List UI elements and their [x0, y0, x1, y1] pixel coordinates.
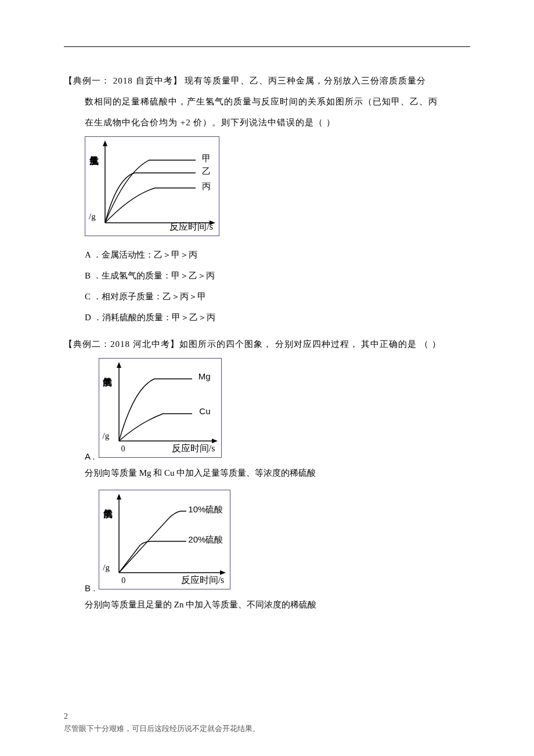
figure1-label-low: 丙 [202, 181, 211, 192]
example1-line3: 在生成物中化合价均为 +2 价）。则下列说法中错误的是（ ） [85, 112, 470, 133]
figure2a-label-top: Mg [199, 371, 211, 381]
figure2b-ylabel: 氢气的质量 [103, 494, 113, 504]
figure1-xlabel: 反应时间/s [169, 221, 213, 233]
figure2a-prefix: A . [85, 451, 95, 464]
example1-option-a: A ．金属活动性：乙＞甲＞丙 [85, 244, 470, 265]
figure1-ylabel: 生成氢气质量 [89, 140, 99, 151]
page-container: 【典例一： 2018 自贡中考】 现有等质量甲、乙、丙三种金属，分别放入三份溶质… [0, 0, 534, 756]
figure2a-yunit: /g [103, 431, 110, 441]
svg-marker-9 [117, 494, 121, 500]
example1-option-b: B ．生成氢气的质量：甲＞乙＞丙 [85, 265, 470, 286]
figure2b-xlabel: 反应时间/s [181, 574, 225, 587]
example2-line1: 【典例二：2018 河北中考】如图所示的四个图象， 分别对应四种过程， 其中正确… [64, 334, 470, 355]
figure2a-label-low: Cu [199, 406, 210, 416]
page-number: 2 [64, 712, 68, 721]
figure2a-box: 氢气的质量 /g Mg Cu 0 反应时间/s [99, 358, 222, 458]
example1-line1: 【典例一： 2018 自贡中考】 现有等质量甲、乙、丙三种金属，分别放入三份溶质… [64, 70, 470, 91]
figure1-yunit: /g [89, 212, 96, 222]
header-rule [64, 46, 470, 47]
figure2a-xlabel: 反应时间/s [172, 443, 215, 455]
figure2b-caption: 分别向等质量且足量的 Zn 中加入等质量、不同浓度的稀硫酸 [85, 595, 470, 614]
figure2a-wrap: A . 氢气的质量 /g Mg Cu 0 反应时间/s [64, 355, 470, 464]
example1-stem: 【典例一： 2018 自贡中考】 现有等质量甲、乙、丙三种金属，分别放入三份溶质… [64, 70, 470, 133]
figure2b-box: 氢气的质量 /g 10%硫酸 20%硫酸 0 反应时间/s [99, 490, 230, 589]
example2-stem: 【典例二：2018 河北中考】如图所示的四个图象， 分别对应四种过程， 其中正确… [64, 334, 470, 355]
example1-option-d: D ．消耗硫酸的质量：甲＞乙＞丙 [85, 307, 470, 328]
figure2b-label-top: 10%硫酸 [188, 504, 223, 515]
figure2b-prefix: B . [85, 583, 95, 595]
figure1-box: 生成氢气质量 /g 甲 乙 丙 反应时间/s [85, 136, 219, 236]
figure1-label-mid: 乙 [202, 166, 211, 177]
footer-quote: 尽管眼下十分艰难，可日后这段经历说不定就会开花结果。 [64, 724, 260, 734]
figure2a-caption: 分别向等质量 Mg 和 Cu 中加入足量等质量、等浓度的稀硫酸 [85, 464, 470, 483]
figure2a-ylabel: 氢气的质量 [103, 362, 113, 372]
svg-marker-5 [117, 362, 121, 368]
figure2b-wrap: B . 氢气的质量 /g 10%硫酸 20%硫酸 0 反应时间/s [64, 486, 470, 595]
example1-line2: 数相同的足量稀硫酸中，产生氢气的质量与反应时间的关系如图所示（已知甲、乙、丙 [85, 91, 470, 112]
figure2b-label-low: 20%硫酸 [188, 534, 223, 545]
example1-option-c: C ．相对原子质量：乙＞丙＞甲 [85, 286, 470, 307]
figure1-label-top: 甲 [202, 153, 211, 164]
figure2b-zero: 0 [121, 576, 125, 585]
figure2a-zero: 0 [121, 444, 125, 454]
figure2b-yunit: /g [103, 563, 110, 573]
svg-marker-1 [103, 140, 107, 146]
